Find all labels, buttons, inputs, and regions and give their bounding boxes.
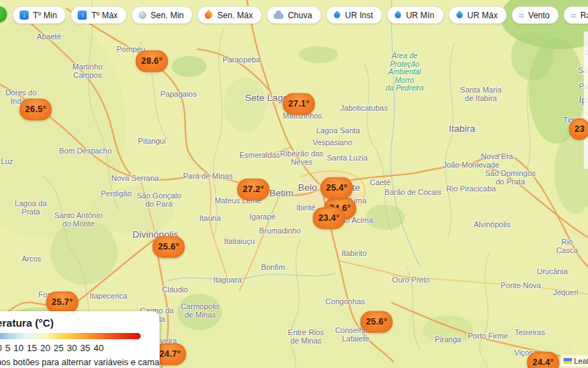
city-label: Ouro Preto [392, 276, 430, 285]
temp-marker[interactable]: 26.5° [20, 99, 52, 121]
city-label: Porto Firme [468, 332, 507, 341]
temp-marker[interactable]: 27.1° [283, 93, 315, 115]
city-label: Lagoa Santa [316, 127, 360, 135]
city-label: Santo Antônio do Monte [55, 212, 103, 228]
city-label: João Monlevade [443, 161, 500, 170]
city-label: Rio Casca [556, 238, 578, 254]
toolbar-button-label: Vento [528, 11, 550, 20]
city-label: Pará de Minas [183, 172, 233, 181]
city-label: Pitangui [138, 137, 166, 146]
ukraine-flag-icon [564, 358, 572, 364]
droplet-icon [332, 11, 342, 20]
toolbar-button-label: Sen. Min [150, 11, 183, 20]
city-label: Perdigão [101, 190, 132, 198]
city-label: Nova Era [481, 153, 513, 161]
city-label: Nova Serrana [111, 175, 159, 183]
city-label: Arcos [22, 255, 41, 264]
city-label: Bom Despacho [59, 147, 111, 156]
city-label: Bonfim [261, 264, 285, 272]
toolbar-button-sensation-min[interactable]: Sen. Min [132, 6, 192, 24]
city-label: Urucânia [537, 268, 568, 276]
toolbar-button-label: Chuva [288, 11, 312, 20]
droplet-icon [393, 11, 402, 20]
city-label: Martinho Campos [73, 63, 103, 79]
temp-marker[interactable]: 25.7° [46, 292, 78, 313]
city-label: Santa Maria de Itabira [460, 86, 501, 102]
toolbar-button-label: UR Mín [406, 11, 435, 20]
city-label: Itapecerica [90, 292, 127, 301]
city-label: Piranga [435, 336, 461, 344]
city-label: Lagoa da Prata [15, 200, 47, 216]
temp-min-arrow-down-icon: ↓ [20, 11, 29, 20]
rain-cloud-icon [274, 13, 284, 19]
city-label: Jaboticatubas [340, 104, 388, 113]
city-label: Igarapé [249, 213, 275, 222]
temp-marker[interactable]: 25.6° [153, 236, 185, 258]
temp-marker[interactable]: 24.4° [527, 352, 559, 368]
city-label: Alvinópolis [474, 221, 511, 229]
temp-marker[interactable]: 27.2° [237, 179, 270, 200]
toolbar-button-humidity-min[interactable]: UR Mín [387, 6, 444, 24]
city-label: Betim [270, 189, 294, 198]
city-label: Brumadinho [259, 227, 300, 236]
temp-marker[interactable]: 23.4° [313, 207, 345, 229]
city-label: Ponte Nova [500, 282, 540, 290]
toolbar-button-label: UR Inst [345, 11, 373, 20]
toolbar-button-label: Sen. Máx [217, 11, 253, 20]
wind-icon: ≈ [519, 12, 524, 19]
toolbar-button-label: UR Máx [468, 11, 498, 20]
city-label: Esmeraldas [239, 151, 280, 160]
temp-marker[interactable]: 23 [569, 118, 588, 140]
city-label: Barão de Cocais [384, 189, 441, 197]
flame-icon [204, 10, 214, 20]
wind-icon: ≈ [570, 12, 576, 19]
toolbar-button-humidity-inst[interactable]: UR Inst [326, 6, 382, 24]
toolbar-button-rain[interactable]: Chuva [267, 6, 321, 24]
city-label: São Domingos do Prata [485, 170, 536, 186]
toolbar-button-label: Tº Min [33, 11, 57, 20]
leaflet-attribution-link[interactable]: Leaflet [574, 357, 588, 365]
city-label: Itaúna [200, 214, 221, 223]
protected-area-label: Área de Proteção Ambiental Morro da Pedr… [386, 52, 424, 93]
city-label: Rio Piracicaba [447, 185, 496, 193]
toolbar-button-temp-min[interactable]: ↓ Tº Min [13, 6, 66, 24]
droplet-icon [455, 11, 464, 20]
map-edge-strip [584, 32, 588, 169]
city-label: Teixeiras [514, 329, 545, 337]
variable-toolbar: ↓ Tº Min ↑ Tº Máx Sen. Min Sen. Máx Chuv… [13, 6, 588, 24]
legend-gradient-bar [0, 333, 141, 339]
temperature-legend-panel: Temperatura (°C) -10 -5 0 5 10 15 20 25 … [0, 311, 160, 368]
toolbar-button-temp-max[interactable]: ↑ Tº Máx [71, 6, 127, 24]
city-label: Ribeirão das Neves [280, 150, 323, 166]
legend-scale-labels: -10 -5 0 5 10 15 20 25 30 35 40 [0, 343, 154, 353]
temp-marker[interactable]: 25.4° [321, 177, 353, 199]
legend-title: Temperatura (°C) [0, 317, 154, 329]
temp-max-arrow-up-icon: ↑ [78, 11, 87, 20]
city-label: Abaeté [37, 33, 62, 41]
city-label: Entre Rios de Minas [288, 329, 323, 345]
city-label: São Gonçalo do Pará [136, 192, 181, 208]
weather-map-app: AbaetéPompéuMartinho CamposDores do Inda… [0, 0, 588, 368]
thermal-sensation-min-icon [139, 11, 146, 19]
toolbar-button-label: Rajadas [580, 11, 588, 20]
city-label: Cláudio [162, 286, 188, 294]
city-label: Papagaios [160, 90, 197, 99]
toolbar-button-gusts[interactable]: ≈ Rajadas [564, 6, 588, 24]
city-label: Itabira [449, 124, 475, 134]
city-label: Paraopeba [223, 56, 260, 64]
city-label: Itaguara [214, 276, 241, 285]
city-label: Itatiaiuçu [224, 238, 255, 246]
city-label: Jequeri [553, 289, 578, 297]
toolbar-button-humidity-max[interactable]: UR Máx [449, 6, 507, 24]
city-label: Caeté [370, 179, 390, 187]
temp-marker[interactable]: 25.6° [360, 311, 393, 333]
toolbar-button-sensation-max[interactable]: Sen. Máx [197, 6, 262, 24]
city-label: Luz [1, 158, 13, 166]
map-attribution: Leaflet [561, 355, 588, 367]
city-label: Ibirité [297, 204, 316, 212]
city-label: Santa Luzia [327, 154, 368, 163]
toolbar-button-label: Tº Máx [91, 11, 118, 20]
temp-marker[interactable]: 28.6° [136, 50, 168, 72]
toolbar-button-wind[interactable]: ≈ Vento [512, 6, 559, 24]
city-label: Congonhas [326, 298, 365, 306]
